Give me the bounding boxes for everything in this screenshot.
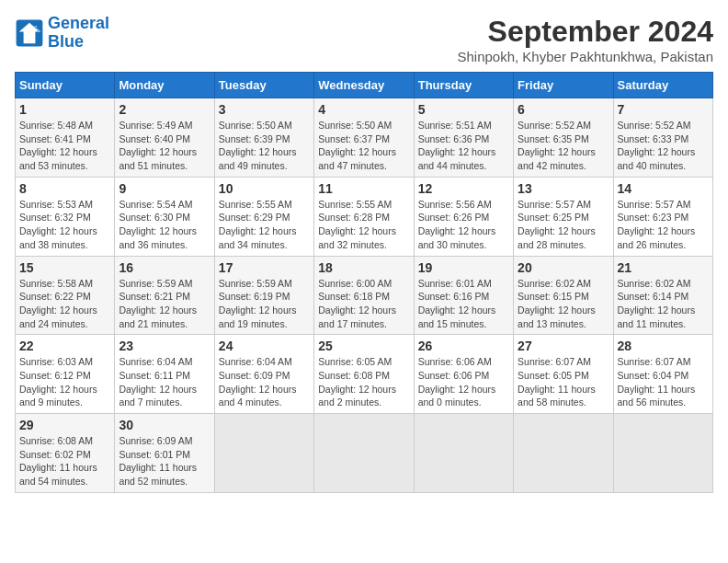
calendar-day-cell: 24 Sunrise: 6:04 AM Sunset: 6:09 PM Dayl…	[214, 335, 313, 414]
day-info: Sunrise: 5:59 AM Sunset: 6:19 PM Dayligh…	[219, 277, 310, 331]
calendar-day-cell: 4 Sunrise: 5:50 AM Sunset: 6:37 PM Dayli…	[314, 98, 414, 178]
calendar-day-cell: 10 Sunrise: 5:55 AM Sunset: 6:29 PM Dayl…	[214, 177, 313, 256]
day-number: 16	[119, 260, 210, 275]
day-info: Sunrise: 6:02 AM Sunset: 6:14 PM Dayligh…	[618, 277, 709, 331]
day-number: 23	[119, 339, 210, 353]
day-info: Sunrise: 5:48 AM Sunset: 6:41 PM Dayligh…	[19, 119, 110, 173]
day-number: 29	[19, 418, 110, 432]
title-block: September 2024 Shinpokh, Khyber Pakhtunk…	[457, 15, 713, 64]
day-number: 4	[318, 102, 409, 117]
day-info: Sunrise: 6:07 AM Sunset: 6:04 PM Dayligh…	[618, 355, 709, 409]
calendar-day-cell: 3 Sunrise: 5:50 AM Sunset: 6:39 PM Dayli…	[214, 98, 313, 178]
day-info: Sunrise: 5:54 AM Sunset: 6:30 PM Dayligh…	[119, 198, 210, 252]
weekday-header-cell: Friday	[514, 73, 613, 98]
calendar-day-cell: 28 Sunrise: 6:07 AM Sunset: 6:04 PM Dayl…	[613, 335, 712, 414]
calendar-week-row: 1 Sunrise: 5:48 AM Sunset: 6:41 PM Dayli…	[16, 98, 713, 178]
day-number: 6	[518, 102, 609, 117]
calendar-week-row: 15 Sunrise: 5:58 AM Sunset: 6:22 PM Dayl…	[16, 256, 713, 335]
calendar-day-cell: 12 Sunrise: 5:56 AM Sunset: 6:26 PM Dayl…	[414, 177, 513, 256]
day-info: Sunrise: 5:51 AM Sunset: 6:36 PM Dayligh…	[418, 119, 509, 173]
calendar-day-cell: 8 Sunrise: 5:53 AM Sunset: 6:32 PM Dayli…	[16, 177, 115, 256]
calendar-day-cell	[214, 414, 313, 493]
logo-icon	[15, 18, 44, 48]
calendar-day-cell: 14 Sunrise: 5:57 AM Sunset: 6:23 PM Dayl…	[613, 177, 712, 256]
day-info: Sunrise: 6:02 AM Sunset: 6:15 PM Dayligh…	[518, 277, 609, 331]
calendar-day-cell: 16 Sunrise: 5:59 AM Sunset: 6:21 PM Dayl…	[115, 256, 214, 335]
day-info: Sunrise: 5:53 AM Sunset: 6:32 PM Dayligh…	[19, 198, 110, 252]
day-info: Sunrise: 5:56 AM Sunset: 6:26 PM Dayligh…	[418, 198, 509, 252]
calendar-day-cell: 7 Sunrise: 5:52 AM Sunset: 6:33 PM Dayli…	[613, 98, 712, 178]
day-info: Sunrise: 6:01 AM Sunset: 6:16 PM Dayligh…	[418, 277, 509, 331]
calendar-day-cell	[514, 414, 613, 493]
day-info: Sunrise: 6:03 AM Sunset: 6:12 PM Dayligh…	[19, 355, 110, 409]
day-number: 19	[418, 260, 509, 275]
calendar-day-cell: 19 Sunrise: 6:01 AM Sunset: 6:16 PM Dayl…	[414, 256, 513, 335]
day-info: Sunrise: 5:57 AM Sunset: 6:23 PM Dayligh…	[618, 198, 709, 252]
day-number: 25	[318, 339, 409, 353]
calendar-day-cell: 26 Sunrise: 6:06 AM Sunset: 6:06 PM Dayl…	[414, 335, 513, 414]
day-number: 7	[618, 102, 709, 117]
calendar-day-cell: 25 Sunrise: 6:05 AM Sunset: 6:08 PM Dayl…	[314, 335, 414, 414]
day-info: Sunrise: 5:49 AM Sunset: 6:40 PM Dayligh…	[119, 119, 210, 173]
day-info: Sunrise: 6:09 AM Sunset: 6:01 PM Dayligh…	[119, 434, 210, 488]
calendar-day-cell: 15 Sunrise: 5:58 AM Sunset: 6:22 PM Dayl…	[16, 256, 115, 335]
calendar-day-cell: 21 Sunrise: 6:02 AM Sunset: 6:14 PM Dayl…	[613, 256, 712, 335]
weekday-header-cell: Sunday	[16, 73, 115, 98]
weekday-header-cell: Thursday	[414, 73, 513, 98]
day-info: Sunrise: 6:04 AM Sunset: 6:11 PM Dayligh…	[119, 355, 210, 409]
day-number: 10	[219, 181, 310, 196]
calendar-day-cell: 11 Sunrise: 5:55 AM Sunset: 6:28 PM Dayl…	[314, 177, 414, 256]
day-number: 11	[318, 181, 409, 196]
day-number: 3	[219, 102, 310, 117]
calendar-day-cell	[414, 414, 513, 493]
day-number: 15	[19, 260, 110, 275]
day-info: Sunrise: 5:57 AM Sunset: 6:25 PM Dayligh…	[518, 198, 609, 252]
day-info: Sunrise: 5:55 AM Sunset: 6:29 PM Dayligh…	[219, 198, 310, 252]
calendar-table: SundayMondayTuesdayWednesdayThursdayFrid…	[15, 72, 713, 493]
calendar-day-cell: 2 Sunrise: 5:49 AM Sunset: 6:40 PM Dayli…	[115, 98, 214, 178]
calendar-week-row: 22 Sunrise: 6:03 AM Sunset: 6:12 PM Dayl…	[16, 335, 713, 414]
weekday-header-cell: Monday	[115, 73, 214, 98]
day-info: Sunrise: 6:00 AM Sunset: 6:18 PM Dayligh…	[318, 277, 409, 331]
day-info: Sunrise: 5:52 AM Sunset: 6:35 PM Dayligh…	[518, 119, 609, 173]
calendar-day-cell: 1 Sunrise: 5:48 AM Sunset: 6:41 PM Dayli…	[16, 98, 115, 178]
day-info: Sunrise: 6:07 AM Sunset: 6:05 PM Dayligh…	[518, 355, 609, 409]
day-info: Sunrise: 5:59 AM Sunset: 6:21 PM Dayligh…	[119, 277, 210, 331]
calendar-day-cell: 9 Sunrise: 5:54 AM Sunset: 6:30 PM Dayli…	[115, 177, 214, 256]
day-number: 30	[119, 418, 210, 432]
day-number: 20	[518, 260, 609, 275]
day-info: Sunrise: 5:52 AM Sunset: 6:33 PM Dayligh…	[618, 119, 709, 173]
day-info: Sunrise: 5:50 AM Sunset: 6:39 PM Dayligh…	[219, 119, 310, 173]
weekday-header-cell: Wednesday	[314, 73, 414, 98]
month-year: September 2024	[457, 15, 713, 49]
day-number: 18	[318, 260, 409, 275]
calendar-day-cell: 20 Sunrise: 6:02 AM Sunset: 6:15 PM Dayl…	[514, 256, 613, 335]
day-number: 2	[119, 102, 210, 117]
logo: General Blue	[15, 15, 109, 52]
calendar-day-cell	[314, 414, 414, 493]
calendar-week-row: 29 Sunrise: 6:08 AM Sunset: 6:02 PM Dayl…	[16, 414, 713, 493]
calendar-day-cell: 23 Sunrise: 6:04 AM Sunset: 6:11 PM Dayl…	[115, 335, 214, 414]
location: Shinpokh, Khyber Pakhtunkhwa, Pakistan	[457, 49, 713, 64]
calendar-day-cell	[613, 414, 712, 493]
calendar-day-cell: 18 Sunrise: 6:00 AM Sunset: 6:18 PM Dayl…	[314, 256, 414, 335]
day-number: 5	[418, 102, 509, 117]
day-info: Sunrise: 5:58 AM Sunset: 6:22 PM Dayligh…	[19, 277, 110, 331]
day-number: 9	[119, 181, 210, 196]
calendar-day-cell: 6 Sunrise: 5:52 AM Sunset: 6:35 PM Dayli…	[514, 98, 613, 178]
day-info: Sunrise: 6:08 AM Sunset: 6:02 PM Dayligh…	[19, 434, 110, 488]
day-number: 21	[618, 260, 709, 275]
calendar-body: 1 Sunrise: 5:48 AM Sunset: 6:41 PM Dayli…	[16, 98, 713, 493]
day-info: Sunrise: 6:04 AM Sunset: 6:09 PM Dayligh…	[219, 355, 310, 409]
calendar-day-cell: 13 Sunrise: 5:57 AM Sunset: 6:25 PM Dayl…	[514, 177, 613, 256]
calendar-day-cell: 17 Sunrise: 5:59 AM Sunset: 6:19 PM Dayl…	[214, 256, 313, 335]
weekday-header-row: SundayMondayTuesdayWednesdayThursdayFrid…	[16, 73, 713, 98]
page-header: General Blue September 2024 Shinpokh, Kh…	[15, 15, 713, 64]
logo-text: General Blue	[48, 15, 109, 52]
day-number: 17	[219, 260, 310, 275]
day-number: 22	[19, 339, 110, 353]
day-info: Sunrise: 5:50 AM Sunset: 6:37 PM Dayligh…	[318, 119, 409, 173]
day-number: 26	[418, 339, 509, 353]
day-info: Sunrise: 5:55 AM Sunset: 6:28 PM Dayligh…	[318, 198, 409, 252]
calendar-week-row: 8 Sunrise: 5:53 AM Sunset: 6:32 PM Dayli…	[16, 177, 713, 256]
